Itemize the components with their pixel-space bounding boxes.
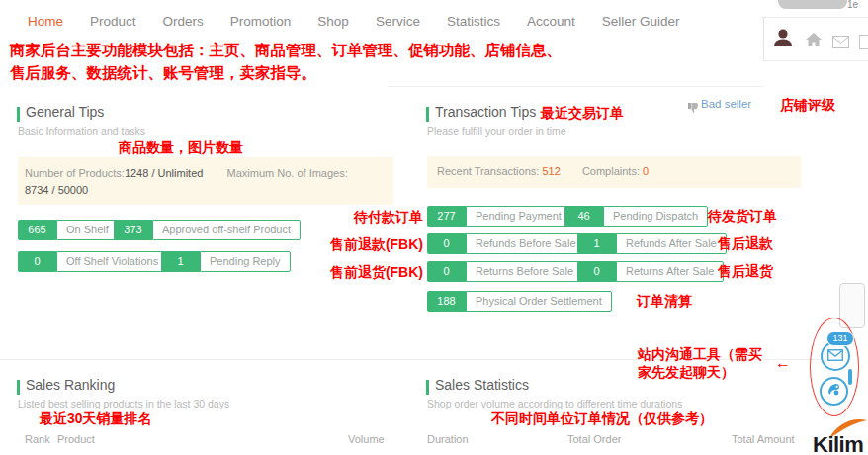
clipped-icon[interactable] <box>859 35 868 49</box>
envelope-icon <box>827 347 843 365</box>
badge-count: 665 <box>18 220 56 240</box>
column-volume: Volume <box>348 433 385 445</box>
presale-return-annotation: 售前退货(FBK) <box>275 264 423 282</box>
sales-ranking-title: Sales Ranking <box>26 377 115 393</box>
pending-dispatch-annotation: 待发货订单 <box>708 208 777 226</box>
product-count-annotation: 商品数量，图片数量 <box>119 139 243 157</box>
badge-label: Returns After Sale <box>616 261 724 282</box>
badge-label: Physical Order Settlement <box>466 291 612 312</box>
thumbs-down-icon <box>688 99 699 117</box>
nav-shop[interactable]: Shop <box>317 14 349 29</box>
topbar-divider-bottom <box>763 60 868 61</box>
main-nav: Home Product Orders Promotion Shop Servi… <box>28 14 679 29</box>
badge-label: Refunds Before Sale <box>466 233 586 254</box>
badge-count: 373 <box>114 220 152 240</box>
nav-home[interactable]: Home <box>28 14 63 29</box>
customer-service-button[interactable] <box>820 377 848 406</box>
images-value: 8734 / 50000 <box>25 182 393 199</box>
pending-payment-annotation: 待付款订单 <box>275 209 423 227</box>
badge-refunds-after-sale[interactable]: 1 Refunds After Sale <box>577 233 727 254</box>
badge-label: Refunds After Sale <box>616 233 727 254</box>
badge-label: Returns Before Sale <box>466 261 583 282</box>
topbar-divider-top <box>761 17 868 18</box>
sales-ranking-bar <box>17 380 20 395</box>
user-avatar-icon[interactable] <box>772 27 794 52</box>
complaints-label: Complaints: <box>582 165 640 177</box>
badge-count: 0 <box>18 251 56 272</box>
column-total-amount: Total Amount <box>732 433 795 445</box>
images-label: Maximum No. of Images: <box>227 167 348 179</box>
general-tips-bar <box>17 107 20 122</box>
header-annotation-line1: 商家后台主要功能模块包括：主页、商品管理、订单管理、促销功能、店铺信息、 <box>10 39 562 61</box>
badge-count: 1 <box>577 233 616 254</box>
general-info-box: Number of Products:1248 / Unlimited Maxi… <box>18 157 393 205</box>
column-rank: Rank <box>25 433 50 445</box>
seller-rating-label[interactable]: Bad seller <box>701 98 751 110</box>
badge-physical-order-settlement[interactable]: 188 Physical Order Settlement <box>427 291 612 312</box>
sales-statistics-title: Sales Statistics <box>435 377 529 393</box>
column-product: Product <box>57 433 95 445</box>
presale-refund-annotation: 售前退款(FBK) <box>275 236 423 254</box>
badge-label: Pending Dispatch <box>603 206 708 227</box>
nav-promotion[interactable]: Promotion <box>230 14 292 29</box>
nav-product[interactable]: Product <box>90 14 136 29</box>
badge-pending-reply[interactable]: 1 Pending Reply <box>161 251 291 272</box>
transaction-tips-bar <box>426 107 429 122</box>
sales-ranking-subtitle: Listed best selling products in the last… <box>18 398 229 410</box>
badge-pending-dispatch[interactable]: 46 Pending Dispatch <box>564 206 708 227</box>
sales-statistics-bar <box>426 380 429 395</box>
badge-approved-off-shelf[interactable]: 373 Approved off-shelf Product <box>114 220 301 240</box>
nav-bottom-border <box>388 86 763 87</box>
general-tips-title: General Tips <box>26 104 104 120</box>
topbar-divider-left <box>763 17 764 61</box>
unread-count-badge[interactable]: 131 <box>826 331 854 346</box>
chat-tool-annotation-line2: 家先发起聊天） <box>638 363 762 381</box>
column-total-order: Total Order <box>567 433 621 445</box>
recent-transactions-value: 512 <box>542 165 560 177</box>
customer-service-icon <box>825 381 842 402</box>
sales-statistics-annotation: 不同时间单位订单情况（仅供参考） <box>491 410 713 428</box>
badge-label: On Shelf <box>56 220 119 240</box>
badge-count: 188 <box>427 291 466 312</box>
badge-count: 277 <box>427 206 466 227</box>
badge-pending-payment[interactable]: 277 Pending Payment <box>427 206 571 227</box>
badge-count: 0 <box>577 261 616 282</box>
arrow-left-icon: ← <box>775 354 791 372</box>
topbar-pill-button[interactable] <box>778 0 847 9</box>
transaction-info-box: Recent Transactions: 512 Complaints: 0 <box>427 156 801 188</box>
shop-rating-annotation: 店铺评级 <box>780 97 835 115</box>
transaction-tips-subtitle: Please fulfill your order in time <box>427 125 566 136</box>
nav-statistics[interactable]: Statistics <box>447 14 500 29</box>
badge-count: 46 <box>564 206 603 227</box>
topbar-partial-text: 1e <box>847 0 858 10</box>
column-duration: Duration <box>427 433 469 445</box>
sales-statistics-subtitle: Shop order volume according to different… <box>427 398 682 410</box>
badge-count: 0 <box>427 233 466 254</box>
kilimall-logo: Kilim <box>813 432 863 455</box>
badge-refunds-before-sale[interactable]: 0 Refunds Before Sale <box>427 233 586 254</box>
home-icon[interactable] <box>806 33 822 50</box>
nav-orders[interactable]: Orders <box>163 14 204 29</box>
products-value: 1248 / Unlimited <box>125 167 204 179</box>
badge-on-shelf[interactable]: 665 On Shelf <box>18 220 119 240</box>
chat-tool-annotation: 站内沟通工具（需买 家先发起聊天） <box>638 345 762 381</box>
chat-tool-annotation-line1: 站内沟通工具（需买 <box>638 345 762 363</box>
nav-account[interactable]: Account <box>527 14 575 29</box>
header-annotation: 商家后台主要功能模块包括：主页、商品管理、订单管理、促销功能、店铺信息、 售后服… <box>10 39 562 84</box>
nav-seller-guider[interactable]: Seller Guider <box>602 14 680 29</box>
nav-service[interactable]: Service <box>376 14 420 29</box>
badge-returns-after-sale[interactable]: 0 Returns After Sale <box>577 261 724 282</box>
products-label: Number of Products: <box>25 167 125 179</box>
badge-returns-before-sale[interactable]: 0 Returns Before Sale <box>427 261 583 282</box>
badge-label: Pending Payment <box>466 206 571 227</box>
complaints-value: 0 <box>643 165 649 177</box>
recent-orders-annotation: 最近交易订单 <box>541 105 624 123</box>
mail-icon[interactable] <box>832 35 849 52</box>
general-tips-subtitle: Basic Information and tasks <box>18 125 145 136</box>
badge-off-shelf-violations[interactable]: 0 Off Shelf Violations <box>18 251 168 272</box>
chat-scrollbar-thumb[interactable] <box>848 369 852 385</box>
badge-count: 1 <box>161 251 200 272</box>
recent-transactions-label: Recent Transactions: <box>437 165 539 177</box>
header-annotation-line2: 售后服务、数据统计、账号管理，卖家指导。 <box>10 61 562 84</box>
seller-dashboard: Home Product Orders Promotion Shop Servi… <box>0 0 868 455</box>
